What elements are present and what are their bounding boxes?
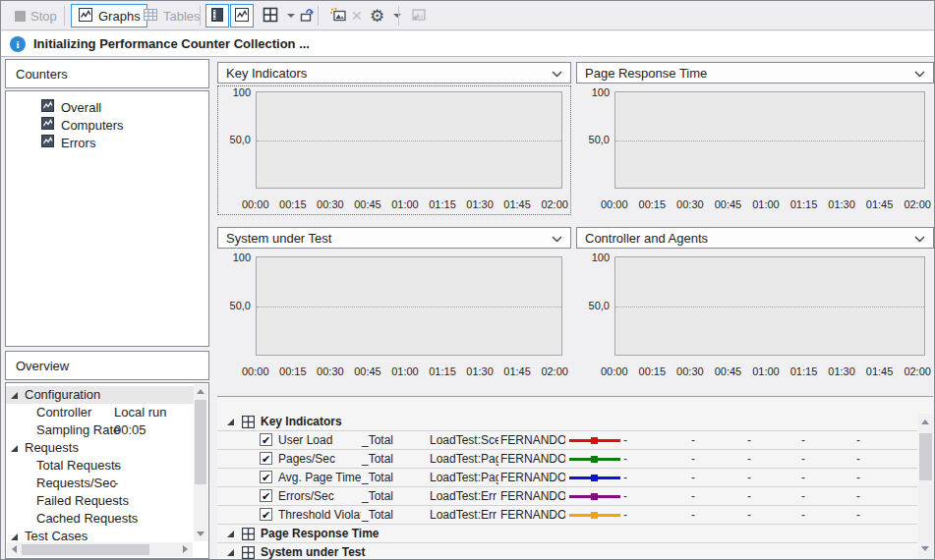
y-axis-tick: 50,0: [577, 300, 610, 311]
x-axis-tick: 01:00: [752, 365, 780, 377]
scrollbar-thumb[interactable]: [919, 433, 932, 480]
scroll-down-arrow[interactable]: [921, 546, 929, 551]
expanded-triangle-icon[interactable]: [227, 419, 234, 425]
counter-value: -: [618, 487, 632, 505]
legend-table: Key Indicators ✔ User Load _Total LoadTe…: [217, 396, 933, 559]
counter-value: -: [851, 450, 865, 468]
toolbar-separator: [200, 6, 201, 26]
counter-checkbox[interactable]: ✔: [260, 433, 272, 446]
x-axis-tick: 01:30: [466, 198, 494, 210]
series-color-swatch: [569, 431, 620, 450]
series-color-swatch: [569, 487, 620, 506]
graph-page-response-time[interactable]: 100 50,0 00:0000:1500:3000:4501:0001:150…: [576, 85, 934, 215]
expanded-triangle-icon[interactable]: [227, 549, 234, 556]
legend-vertical-scrollbar[interactable]: [918, 414, 933, 559]
counter-category: LoadTest:Err: [430, 506, 498, 524]
graph-selector-key-indicators[interactable]: Key Indicators: [217, 62, 571, 84]
stop-button[interactable]: Stop: [8, 4, 64, 28]
counter-value: -: [742, 431, 756, 449]
x-axis: 00:0000:1500:3000:4501:0001:1501:3001:45…: [601, 365, 931, 377]
graph-selector-system-under-test[interactable]: System under Test: [217, 227, 571, 249]
x-axis-tick: 01:45: [503, 198, 531, 210]
counter-row[interactable]: ✔ User Load _Total LoadTest:Sce FERNANDO…: [217, 431, 917, 450]
scroll-down-arrow[interactable]: [197, 532, 205, 536]
scroll-up-arrow[interactable]: [197, 389, 205, 394]
overview-vertical-scrollbar[interactable]: [194, 384, 207, 541]
graph-icon: [78, 7, 93, 26]
counter-value: -: [796, 450, 810, 468]
counter-instance: _Total: [362, 450, 393, 468]
counter-value: -: [686, 487, 700, 505]
counter-computer: FERNANDO-V: [500, 450, 565, 468]
counter-name: User Load: [278, 431, 361, 449]
overview-horizontal-scrollbar[interactable]: [7, 542, 193, 557]
scroll-right-arrow[interactable]: [183, 545, 188, 553]
counters-tree-item[interactable]: Overall: [6, 98, 208, 116]
counter-value: -: [742, 450, 756, 468]
export-graph-button[interactable]: [403, 4, 435, 28]
series-color-swatch: [569, 506, 620, 525]
counter-value: -: [686, 450, 700, 468]
legend-group-key-indicators[interactable]: Key Indicators: [217, 413, 917, 431]
toggle-graphs-panel-button[interactable]: [230, 4, 254, 28]
counter-row[interactable]: ✔ Pages/Sec _Total LoadTest:Pag FERNANDO…: [217, 450, 917, 469]
counter-checkbox[interactable]: ✔: [260, 489, 272, 502]
x-axis-tick: 02:00: [904, 365, 931, 377]
scroll-left-arrow[interactable]: [12, 545, 17, 553]
y-axis-tick: 50,0: [218, 134, 251, 145]
toolbar: Stop Graphs Tables: [1, 1, 934, 30]
overview-panel-title: Overview: [16, 359, 69, 373]
x-axis-tick: 00:15: [279, 198, 307, 210]
expanded-triangle-icon[interactable]: [11, 533, 18, 540]
delete-icon: ✕: [351, 8, 363, 24]
legend-rows: ✔ User Load _Total LoadTest:Sce FERNANDO…: [217, 431, 933, 525]
counter-computer: FERNANDO-V: [500, 506, 565, 524]
plot-area: [256, 91, 562, 189]
counter-name: Pages/Sec: [278, 450, 361, 468]
legend-group-system-under-test[interactable]: System under Test: [217, 543, 917, 559]
counter-instance: _Total: [362, 506, 393, 524]
x-axis: 00:0000:1500:3000:4501:0001:1501:3001:45…: [242, 198, 568, 210]
overview-group-requests[interactable]: Requests: [6, 439, 194, 457]
counter-row[interactable]: ✔ Errors/Sec _Total LoadTest:Err FERNAND…: [217, 487, 917, 506]
expanded-triangle-icon[interactable]: [11, 392, 18, 399]
info-icon: i: [10, 36, 26, 52]
stop-button-label: Stop: [30, 9, 57, 24]
graph-selector-page-response-time[interactable]: Page Response Time: [576, 62, 934, 84]
stop-icon: [15, 11, 26, 22]
graph-system-under-test[interactable]: 100 50,0 00:0000:1500:3000:4501:0001:150…: [217, 251, 571, 382]
toggle-legend-panel-button[interactable]: [205, 4, 229, 28]
counter-checkbox[interactable]: ✔: [260, 508, 272, 521]
counters-tree-item[interactable]: Errors: [6, 134, 208, 151]
graph-selector-controller-and-agents[interactable]: Controller and Agents: [576, 227, 934, 249]
x-axis: 00:0000:1500:3000:4501:0001:1501:3001:45…: [242, 365, 568, 377]
move-graph-icon: [298, 7, 316, 26]
graph-key-indicators[interactable]: 100 50,0 00:0000:1500:3000:4501:0001:150…: [217, 85, 571, 215]
counter-checkbox[interactable]: ✔: [260, 471, 272, 483]
overview-item-value: -: [114, 510, 118, 528]
counter-checkbox[interactable]: ✔: [260, 452, 272, 465]
expanded-triangle-icon[interactable]: [227, 531, 234, 537]
overview-group-configuration[interactable]: Configuration: [6, 386, 194, 404]
overview-item-controller: Controller Local run: [6, 404, 194, 421]
counter-row[interactable]: ✔ Threshold Violat _Total LoadTest:Err F…: [217, 506, 917, 525]
counter-computer: FERNANDO-V: [500, 487, 565, 505]
counter-row[interactable]: ✔ Avg. Page Time _Total LoadTest:Pag FER…: [217, 469, 917, 487]
scroll-up-arrow[interactable]: [921, 420, 929, 424]
x-axis-tick: 00:15: [639, 198, 667, 210]
counters-tree-item[interactable]: Computers: [6, 116, 208, 134]
tables-button[interactable]: Tables: [136, 4, 207, 28]
legend-group-page-response-time[interactable]: Page Response Time: [217, 525, 917, 543]
settings-button[interactable]: ⚙: [363, 4, 408, 28]
chevron-down-icon: [914, 231, 925, 246]
graph-controller-and-agents[interactable]: 100 50,0 00:0000:1500:3000:4501:0001:150…: [576, 251, 934, 382]
overview-item-cached-requests: Cached Requests -: [6, 510, 194, 528]
expanded-triangle-icon[interactable]: [11, 445, 18, 452]
toolbar-separator: [64, 6, 65, 26]
x-axis-tick: 00:30: [676, 365, 704, 377]
counters-panel-title: Counters: [16, 67, 68, 82]
scrollbar-thumb[interactable]: [195, 400, 206, 484]
counter-value: -: [851, 506, 865, 524]
scrollbar-thumb[interactable]: [22, 544, 149, 555]
x-axis-tick: 02:00: [904, 198, 931, 210]
